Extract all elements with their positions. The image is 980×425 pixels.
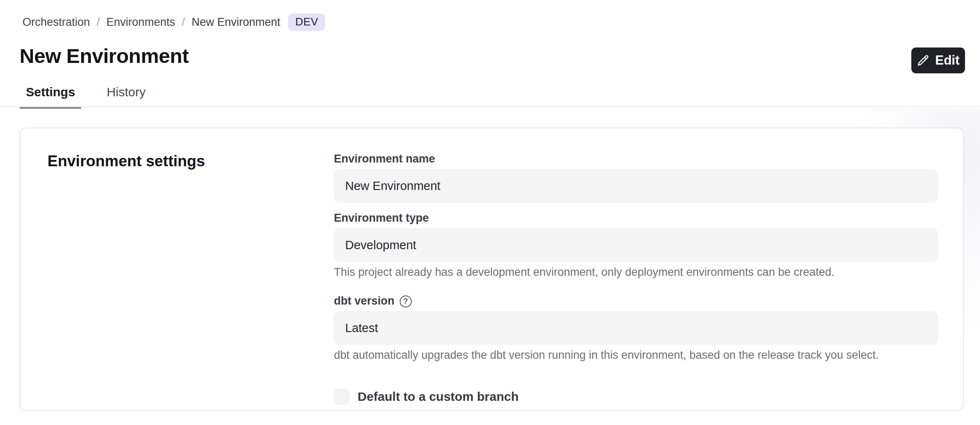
environment-type-field: Environment type This project already ha… bbox=[334, 211, 938, 279]
dbt-version-label-text: dbt version bbox=[334, 294, 395, 308]
environment-type-helper: This project already has a development e… bbox=[334, 265, 938, 279]
help-icon[interactable]: ? bbox=[400, 295, 412, 308]
custom-branch-row: Default to a custom branch bbox=[334, 389, 938, 404]
environment-name-input[interactable] bbox=[334, 169, 938, 202]
breadcrumb: Orchestration / Environments / New Envir… bbox=[22, 13, 325, 31]
environment-name-field: Environment name bbox=[334, 152, 938, 202]
edit-button-label: Edit bbox=[935, 53, 960, 68]
breadcrumb-separator: / bbox=[97, 16, 100, 29]
section-title: Environment settings bbox=[47, 152, 205, 170]
dev-badge: DEV bbox=[288, 13, 325, 31]
custom-branch-label[interactable]: Default to a custom branch bbox=[358, 390, 519, 404]
environment-name-label: Environment name bbox=[334, 152, 938, 166]
tab-settings[interactable]: Settings bbox=[20, 82, 81, 108]
breadcrumb-new-environment[interactable]: New Environment bbox=[192, 16, 280, 29]
dbt-version-input[interactable] bbox=[334, 311, 938, 345]
tab-history[interactable]: History bbox=[100, 82, 152, 108]
page-title: New Environment bbox=[20, 44, 189, 68]
dbt-version-field: dbt version ? dbt automatically upgrades… bbox=[334, 294, 938, 362]
dbt-version-label: dbt version ? bbox=[334, 294, 938, 308]
pencil-icon bbox=[917, 54, 930, 67]
tab-bar: Settings History bbox=[20, 82, 152, 108]
environment-type-label: Environment type bbox=[334, 211, 938, 225]
custom-branch-checkbox[interactable] bbox=[334, 389, 349, 404]
settings-form: Environment name Environment type This p… bbox=[334, 152, 938, 404]
breadcrumb-environments[interactable]: Environments bbox=[107, 16, 175, 29]
tab-bar-divider bbox=[0, 106, 980, 107]
breadcrumb-separator: / bbox=[182, 16, 185, 29]
environment-type-input[interactable] bbox=[334, 228, 938, 262]
edit-button[interactable]: Edit bbox=[911, 48, 965, 73]
environment-settings-card: Environment settings Environment name En… bbox=[20, 128, 964, 411]
dbt-version-helper: dbt automatically upgrades the dbt versi… bbox=[334, 348, 938, 362]
breadcrumb-orchestration[interactable]: Orchestration bbox=[22, 16, 90, 29]
